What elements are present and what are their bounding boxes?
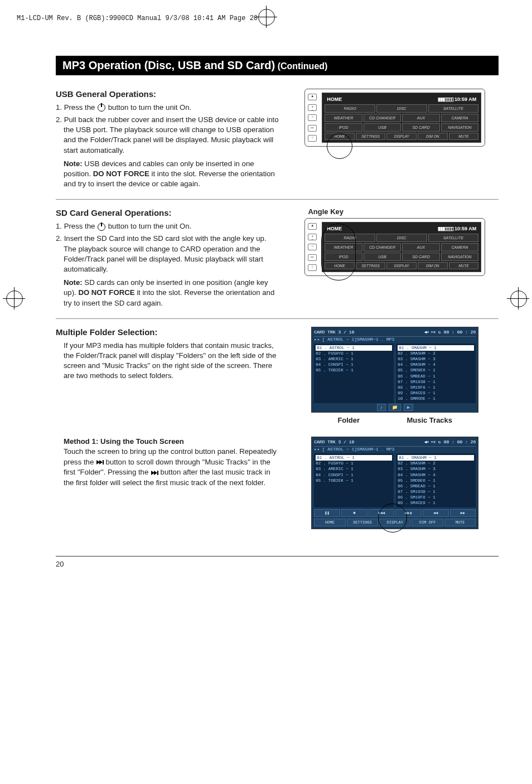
ctrl-prev: ▮◀◀ [369, 509, 395, 517]
mp3-screen-1: CARD TRK 3 / 10 ◀⦁ ⦁✕ ↻ 00 : 00 : 26 ▸◂ … [311, 327, 478, 413]
section-title-main: MP3 Operation (Disc, USB and SD Card) [62, 59, 275, 71]
next-track-icon [96, 457, 103, 467]
track-item: 10 . SMRODE ~ 1 [398, 396, 474, 401]
power-icon [98, 104, 105, 112]
folder-panel: 01 . ASTROL ~ 1 02 . FUSHYU ~ 1 03 . AME… [314, 343, 394, 403]
card-slot-icon: ▭ [308, 254, 317, 261]
usb-step1a: 1. Press the [56, 103, 97, 112]
usb-note-bold: DO NOT FORCE [93, 170, 149, 178]
btn-satellite: SATELLITE [428, 104, 479, 113]
registration-mark-top [255, 6, 277, 28]
track-panel: 01 . SMASHM ~ 1 02 . SMASHM ~ 2 03 . SMA… [396, 453, 476, 507]
track-item: 03 . SMASHM ~ 3 [398, 466, 474, 472]
next-track-icon [151, 468, 157, 478]
btn-mute: MUTE [449, 133, 479, 140]
usb-note-label: Note: [64, 159, 83, 168]
page-number: 20 [56, 556, 499, 568]
folder-item: 02 . FUSHYU ~ 1 [316, 351, 392, 356]
ctrl-settings: SETTINGS [347, 519, 378, 526]
folder-panel: 01 . ASTROL ~ 1 02 . FUSHYU ~ 1 03 . AME… [314, 453, 394, 507]
section-title: MP3 Operation (Disc, USB and SD Card) (C… [56, 56, 499, 75]
mp3-hdr-right: ◀⦁ ⦁✕ ↻ 00 : 00 : 26 [424, 439, 476, 445]
ctrl-display: DISPLAY [379, 519, 410, 526]
knob-icon: ○ [308, 244, 317, 250]
btn-mute: MUTE [449, 262, 479, 269]
sd-note: Note: SD cards can only be inserted in o… [64, 278, 280, 308]
track-item: 02 . SMASHM ~ 2 [398, 461, 474, 466]
btn-camera: CAMERA [441, 114, 479, 122]
btn-sdcard: SD CARD [402, 123, 440, 132]
sd-note-bold: DO NOT FORCE [78, 288, 134, 297]
folder-item: 03 . AMERIC ~ 1 [316, 356, 392, 362]
sd-step1b: button to turn the unit On. [106, 222, 191, 230]
screen-title: HOME [327, 96, 342, 102]
ctrl-mute: MUTE [444, 519, 476, 526]
caption-tracks: Music Tracks [407, 416, 452, 424]
method1-heading: Method 1: Using the Touch Screen [64, 437, 184, 446]
folders-body: If your MP3 media has multiple folders t… [64, 341, 280, 381]
usb-step1b: button to turn the unit On. [106, 103, 191, 112]
vol-icon: +− [308, 234, 317, 240]
btn-disc: DISC [376, 104, 427, 113]
btn-dimon: DIM ON [418, 262, 448, 269]
angle-key-label: Angle Key [308, 207, 344, 216]
doc-header: M1-LCD-UM Rev. B (RGB):9900CD Manual 9/3… [17, 14, 258, 22]
method1-body: Touch the screen to bring up the control… [64, 447, 277, 486]
ctrl-home: HOME [314, 519, 345, 526]
mp3-hdr-left: CARD TRK 3 / 10 [314, 439, 354, 445]
btn-cdchanger: CD CHANGER [364, 243, 402, 251]
screen-clock: ▮▮▮▯▯▯▯ 10:59 AM [438, 96, 477, 102]
folder-item: 04 . CONSPI ~ 1 [316, 362, 392, 367]
screen-clock: ▮▮▮▯▯▯▯ 10:59 AM [438, 226, 477, 231]
track-item: 06 . SMBEAD ~ 1 [398, 483, 474, 489]
track-item: 04 . SMASHM ~ 4 [398, 362, 474, 367]
track-item: 07 . SM1930 ~ 1 [398, 489, 474, 495]
folder-item: 01 . ASTROL ~ 1 [316, 345, 392, 351]
sd-heading: SD Card General Operations: [56, 207, 280, 219]
btn-settings: SETTINGS [356, 262, 386, 269]
btn-camera: CAMERA [441, 243, 479, 251]
track-item: 09 . SM4CE9 ~ 1 [398, 500, 474, 506]
btn-usb: USB [364, 123, 402, 132]
btn-navigation: NAVIGATION [441, 123, 479, 132]
folder-item: 02 . FUSHYU ~ 1 [316, 461, 392, 466]
btn-sdcard: SD CARD [402, 253, 440, 261]
screen-title: HOME [327, 226, 342, 231]
registration-mark-left [3, 287, 25, 309]
folder-mini-icon: 📁 [389, 404, 401, 411]
mp3-hdr-left: CARD TRK 3 / 10 [314, 330, 354, 335]
device-illustration-sd: ▲ +− ○ ▭ ○ HOME ▮▮▮▯▯▯▯ 10:59 AM RADIO [304, 218, 485, 276]
track-item: 01 . SMASHM ~ 1 [398, 455, 474, 461]
btn-cdchanger: CD CHANGER [364, 114, 402, 122]
track-item: 01 . SMASHM ~ 1 [398, 345, 474, 351]
track-item: 07 . SM1930 ~ 1 [398, 379, 474, 385]
btn-radio: RADIO [325, 234, 375, 242]
btn-dimon: DIM ON [418, 133, 448, 140]
folder-mini-icon: ♪ [377, 404, 386, 411]
track-item: 02 . SMASHM ~ 2 [398, 351, 474, 356]
btn-settings: SETTINGS [356, 133, 386, 140]
btn-weather: WEATHER [325, 243, 362, 251]
section-title-sub: (Continued) [278, 61, 328, 71]
track-panel: 01 . SMASHM ~ 1 02 . SMASHM ~ 2 03 . SMA… [396, 343, 476, 403]
knob-icon: ○ [308, 114, 317, 121]
track-item: 05 . SMD9E6 ~ 1 [398, 367, 474, 373]
folder-item: 03 . AMERIC ~ 1 [316, 466, 392, 472]
card-slot-icon: ▭ [308, 125, 317, 132]
aux-icon: ○ [308, 135, 317, 142]
mp3-screen-2: CARD TRK 3 / 10 ◀⦁ ⦁✕ ↻ 00 : 00 : 26 ▸◂ … [311, 437, 478, 529]
track-item: 05 . SMD9E6 ~ 1 [398, 478, 474, 483]
track-item: 04 . SMASHM ~ 4 [398, 472, 474, 478]
btn-ipod: IPOD [325, 253, 362, 261]
folder-item: 04 . CONSPI ~ 1 [316, 472, 392, 478]
sd-step1a: 1. Press the [56, 222, 97, 230]
ctrl-pause: ❚❚ [314, 509, 340, 517]
sd-note-label: Note: [64, 278, 83, 287]
sd-step1: 1. Press the button to turn the unit On. [64, 221, 280, 231]
btn-aux: AUX [402, 243, 440, 251]
btn-aux: AUX [402, 114, 440, 122]
usb-step1: 1. Press the button to turn the unit On. [64, 103, 280, 113]
track-item: 09 . SM4CE9 ~ 1 [398, 390, 474, 396]
ctrl-dimoff: DIM OFF [412, 519, 443, 526]
folders-heading: Multiple Folder Selection: [56, 327, 280, 338]
